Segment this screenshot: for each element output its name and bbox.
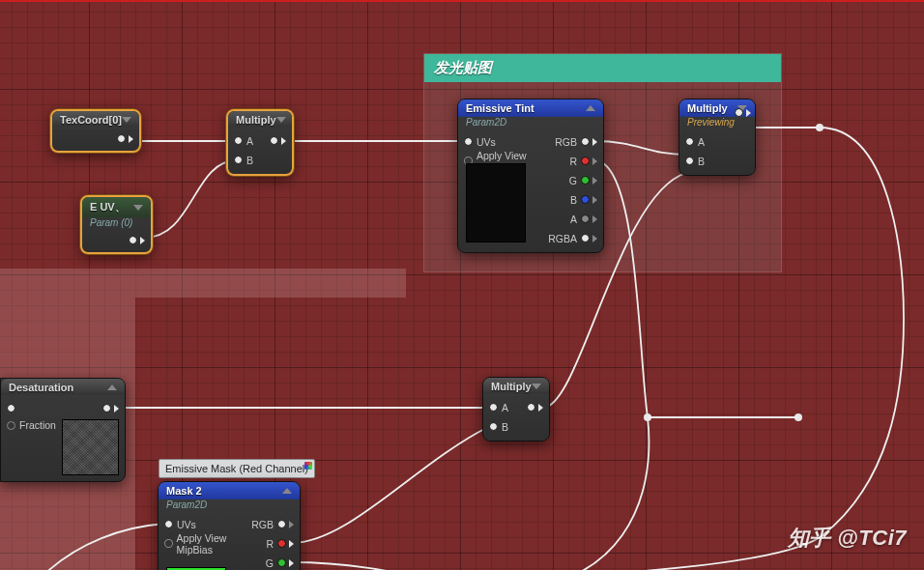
node-multiply-3[interactable]: Multiply A B: [482, 377, 550, 442]
node-title: Multiply: [687, 102, 728, 114]
node-title: E UV、: [90, 200, 126, 214]
node-emissive-tint[interactable]: Emissive Tint Param2D UVs RGB Apply View…: [457, 99, 604, 253]
tooltip-emissive-mask: Emissive Mask (Red Channel): [159, 459, 315, 478]
output-pin-g[interactable]: G: [569, 175, 597, 186]
node-multiply-1[interactable]: Multiply A B: [226, 109, 294, 176]
texture-preview[interactable]: [466, 163, 526, 242]
svg-point-2: [794, 413, 802, 421]
svg-point-0: [816, 124, 823, 131]
chevron-down-icon[interactable]: [532, 384, 541, 389]
output-pin[interactable]: [117, 134, 133, 143]
output-pin-a[interactable]: A: [570, 214, 597, 225]
output-pin[interactable]: [270, 136, 286, 145]
node-subtitle: Param2D: [458, 117, 603, 129]
node-title: Emissive Tint: [466, 102, 534, 114]
chevron-up-icon[interactable]: [282, 488, 292, 494]
input-pin-uvs[interactable]: UVs: [464, 136, 496, 148]
chevron-up-icon[interactable]: [586, 105, 595, 111]
comment-title[interactable]: 发光贴图: [424, 54, 781, 82]
svg-point-1: [644, 413, 651, 421]
graph-canvas[interactable]: 发光贴图 TexCoord[0] E UV、 Param: [0, 0, 924, 570]
node-euv-param[interactable]: E UV、 Param (0): [80, 195, 153, 254]
output-pin[interactable]: [129, 236, 145, 244]
watermark: 知乎 @TCi7: [788, 524, 907, 553]
node-subtitle: Param (0): [82, 217, 151, 230]
output-pin-b[interactable]: B: [570, 194, 597, 206]
output-pin-rgb[interactable]: RGB: [555, 136, 597, 148]
input-pin-a[interactable]: A: [489, 402, 508, 413]
output-pin-g[interactable]: G: [266, 557, 294, 569]
input-pin-b[interactable]: B: [685, 156, 705, 167]
output-pin-rgb[interactable]: RGB: [251, 519, 294, 530]
chevron-down-icon[interactable]: [133, 205, 143, 211]
input-pin-a[interactable]: A: [234, 135, 253, 147]
node-preview[interactable]: [62, 419, 119, 475]
input-pin-main[interactable]: [7, 404, 15, 413]
node-subtitle: Previewing: [679, 117, 755, 129]
output-pin[interactable]: [102, 404, 119, 413]
node-title: Mask 2: [166, 485, 202, 497]
output-pin-r[interactable]: R: [266, 538, 294, 550]
chevron-up-icon[interactable]: [107, 385, 117, 390]
output-pin-rgba[interactable]: RGBA: [548, 233, 597, 244]
output-pin[interactable]: [735, 108, 751, 117]
node-multiply-2[interactable]: Multiply Previewing A B: [679, 99, 756, 176]
node-title: Desaturation: [9, 382, 73, 393]
chevron-down-icon[interactable]: [276, 117, 286, 123]
node-mask-2[interactable]: Mask 2 Param2D UVs RGB Apply View MipBia…: [158, 481, 301, 570]
node-title: Multiply: [236, 114, 276, 126]
chevron-down-icon[interactable]: [122, 117, 131, 123]
node-subtitle: Param2D: [159, 499, 300, 512]
node-title: TexCoord[0]: [60, 114, 122, 126]
input-pin-fraction[interactable]: Fraction: [7, 419, 56, 431]
output-pin[interactable]: [527, 403, 543, 412]
input-pin-uvs[interactable]: UVs: [164, 519, 196, 530]
node-texcoord[interactable]: TexCoord[0]: [50, 109, 141, 153]
input-pin-b[interactable]: B: [234, 155, 253, 166]
node-desaturation[interactable]: Desaturation Fraction: [0, 378, 126, 482]
node-title: Multiply: [491, 381, 532, 392]
input-pin-b[interactable]: B: [489, 421, 508, 433]
output-pin-r[interactable]: R: [569, 156, 597, 167]
input-pin-a[interactable]: A: [685, 136, 705, 148]
comment-box-secondary[interactable]: [0, 269, 406, 298]
input-pin-mipbias[interactable]: Apply View MipBias: [164, 532, 260, 556]
